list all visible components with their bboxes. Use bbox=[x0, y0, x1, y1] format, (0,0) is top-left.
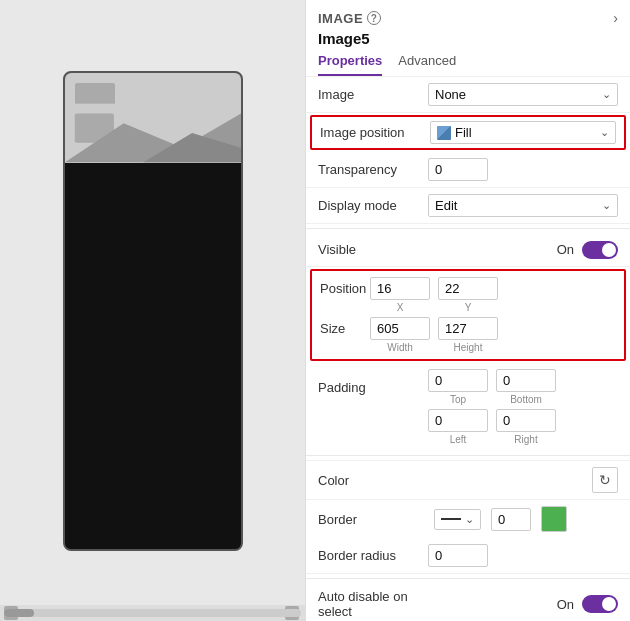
image-position-value: Fill ⌄ bbox=[430, 121, 616, 144]
border-color-swatch[interactable] bbox=[541, 506, 567, 532]
auto-disable-value: On bbox=[428, 595, 618, 613]
display-mode-dropdown[interactable]: Edit ⌄ bbox=[428, 194, 618, 217]
panel-tabs: Properties Advanced bbox=[318, 53, 618, 76]
border-style-chevron: ⌄ bbox=[465, 513, 474, 526]
size-label: Size bbox=[320, 317, 370, 336]
image-value: None ⌄ bbox=[428, 83, 618, 106]
padding-top-row: Padding Top Bottom bbox=[318, 369, 618, 405]
border-thickness-input[interactable] bbox=[491, 508, 531, 531]
image-label: Image bbox=[318, 87, 428, 102]
position-y-label: Y bbox=[465, 302, 472, 313]
divider-2 bbox=[306, 455, 630, 456]
padding-left-cell: Left bbox=[428, 409, 488, 445]
color-value: ↻ bbox=[428, 467, 618, 493]
panel-title: Image5 bbox=[318, 30, 618, 47]
phone-body bbox=[65, 163, 241, 549]
tab-advanced[interactable]: Advanced bbox=[398, 53, 456, 76]
auto-disable-label: Auto disable on select bbox=[318, 589, 428, 619]
size-inputs: Width Height bbox=[370, 317, 616, 353]
border-radius-label: Border radius bbox=[318, 548, 428, 563]
image-position-dropdown[interactable]: Fill ⌄ bbox=[430, 121, 616, 144]
auto-disable-toggle[interactable] bbox=[582, 595, 618, 613]
info-icon[interactable]: ? bbox=[367, 11, 381, 25]
display-mode-row: Display mode Edit ⌄ bbox=[306, 188, 630, 224]
transparency-value bbox=[428, 158, 618, 181]
size-height-cell: Height bbox=[438, 317, 498, 353]
transparency-input[interactable] bbox=[428, 158, 488, 181]
divider-3 bbox=[306, 578, 630, 579]
visible-value: On bbox=[428, 241, 618, 259]
canvas-scrollbar[interactable] bbox=[4, 609, 301, 617]
transparency-label: Transparency bbox=[318, 162, 428, 177]
image-dropdown[interactable]: None ⌄ bbox=[428, 83, 618, 106]
color-swatch-button[interactable]: ↻ bbox=[592, 467, 618, 493]
position-x-cell: X bbox=[370, 277, 430, 313]
padding-top-input[interactable] bbox=[428, 369, 488, 392]
size-height-label: Height bbox=[454, 342, 483, 353]
canvas-bottom-bar bbox=[0, 605, 305, 621]
tab-properties[interactable]: Properties bbox=[318, 53, 382, 76]
border-line-icon bbox=[441, 518, 461, 520]
padding-left-label: Left bbox=[450, 434, 467, 445]
padding-left-input[interactable] bbox=[428, 409, 488, 432]
size-row: Size Width Height bbox=[320, 317, 616, 353]
position-row: Position X Y bbox=[320, 277, 616, 313]
padding-top-label: Top bbox=[450, 394, 466, 405]
border-label: Border bbox=[318, 512, 428, 527]
position-size-block: Position X Y Size bbox=[310, 269, 626, 361]
border-radius-input[interactable] bbox=[428, 544, 488, 567]
size-width-label: Width bbox=[387, 342, 413, 353]
padding-right-label: Right bbox=[514, 434, 537, 445]
size-height-input[interactable] bbox=[438, 317, 498, 340]
phone-image-area bbox=[65, 73, 241, 163]
border-radius-row: Border radius bbox=[306, 538, 630, 574]
panel-header: IMAGE ? › Image5 Properties Advanced bbox=[306, 0, 630, 77]
padding-right-input[interactable] bbox=[496, 409, 556, 432]
position-x-label: X bbox=[397, 302, 404, 313]
border-radius-value bbox=[428, 544, 618, 567]
image-position-dropdown-text: Fill bbox=[455, 125, 472, 140]
image-row: Image None ⌄ bbox=[306, 77, 630, 113]
padding-top-bottom: Top Bottom bbox=[428, 369, 556, 405]
properties-panel: IMAGE ? › Image5 Properties Advanced Ima… bbox=[305, 0, 630, 621]
transparency-row: Transparency bbox=[306, 152, 630, 188]
border-style-dropdown[interactable]: ⌄ bbox=[434, 509, 481, 530]
padding-left-right: Left Right bbox=[428, 409, 618, 445]
auto-disable-on-text: On bbox=[557, 597, 574, 612]
size-width-cell: Width bbox=[370, 317, 430, 353]
image-position-label: Image position bbox=[320, 125, 430, 140]
position-inputs: X Y bbox=[370, 277, 616, 313]
color-row: Color ↻ bbox=[306, 460, 630, 499]
phone-preview bbox=[63, 71, 243, 551]
border-row: Border ⌄ bbox=[306, 499, 630, 538]
padding-label: Padding bbox=[318, 380, 428, 395]
canvas-area bbox=[0, 0, 305, 621]
image-position-row: Image position Fill ⌄ bbox=[310, 115, 626, 150]
padding-section: Padding Top Bottom Left bbox=[306, 363, 630, 451]
position-y-input[interactable] bbox=[438, 277, 498, 300]
visible-toggle[interactable] bbox=[582, 241, 618, 259]
display-mode-label: Display mode bbox=[318, 198, 428, 213]
padding-bottom-input[interactable] bbox=[496, 369, 556, 392]
size-width-input[interactable] bbox=[370, 317, 430, 340]
fill-icon bbox=[437, 126, 451, 140]
panel-body: Image None ⌄ Image position Fill ⌄ bbox=[306, 77, 630, 621]
panel-expand-icon[interactable]: › bbox=[613, 10, 618, 26]
divider-1 bbox=[306, 228, 630, 229]
position-x-input[interactable] bbox=[370, 277, 430, 300]
visible-row: Visible On bbox=[306, 233, 630, 267]
padding-bottom-label: Bottom bbox=[510, 394, 542, 405]
position-label: Position bbox=[320, 277, 370, 296]
padding-top-cell: Top bbox=[428, 369, 488, 405]
panel-type-text: IMAGE bbox=[318, 11, 363, 26]
canvas-scroll-thumb[interactable] bbox=[4, 609, 34, 617]
padding-right-cell: Right bbox=[496, 409, 556, 445]
visible-on-text: On bbox=[557, 242, 574, 257]
image-dropdown-text: None bbox=[435, 87, 466, 102]
position-y-cell: Y bbox=[438, 277, 498, 313]
color-label: Color bbox=[318, 473, 428, 488]
auto-disable-row: Auto disable on select On bbox=[306, 583, 630, 621]
image-position-chevron: ⌄ bbox=[600, 126, 609, 139]
image-dropdown-chevron: ⌄ bbox=[602, 88, 611, 101]
display-mode-dropdown-text: Edit bbox=[435, 198, 457, 213]
